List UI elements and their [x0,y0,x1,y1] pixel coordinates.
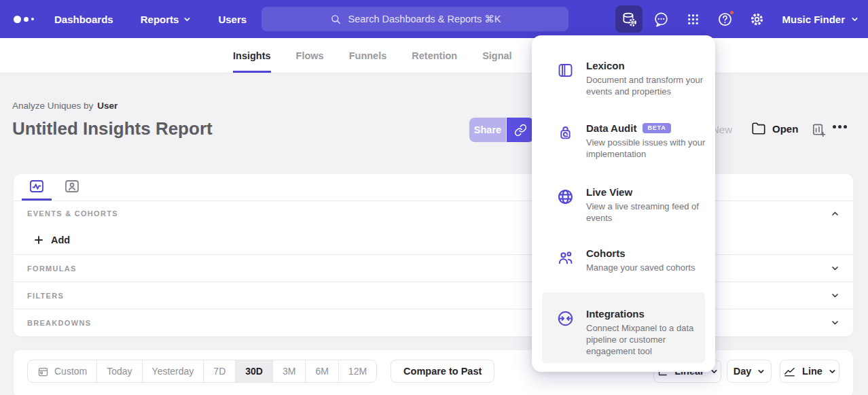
help-button[interactable] [711,5,738,33]
tab-flows[interactable]: Flows [296,38,324,73]
calendar-icon [37,366,49,377]
expand-section-button[interactable] [831,318,839,327]
range-30d[interactable]: 30D [235,360,272,382]
formulas-section-header[interactable]: FORMULAS [14,254,853,281]
data-management-button[interactable] [615,5,643,33]
copy-link-button[interactable] [507,118,534,142]
menu-item-title: Lexicon [586,60,707,71]
dot [838,125,842,128]
expand-section-button[interactable] [831,291,839,300]
filters-label: FILTERS [27,292,64,300]
lexicon-book-icon [556,61,575,80]
breadcrumb: Analyze Uniques byUser [12,101,117,111]
open-report-button[interactable]: Open [751,121,798,136]
nav-dashboards-label: Dashboards [54,14,113,25]
nav-right-cluster: Music Finder [615,0,858,38]
events-cohorts-section-header[interactable]: EVENTS & COHORTS [14,201,853,226]
range-6m[interactable]: 6M [305,360,338,382]
breadcrumb-entity-selector[interactable]: User [97,101,117,111]
menu-item-description: Manage your saved cohorts [586,262,715,273]
primary-nav: Dashboards Reports Users [54,14,247,25]
notification-dot [729,10,735,16]
project-switcher[interactable]: Music Finder [782,14,858,25]
tab-insights[interactable]: Insights [233,38,271,73]
compare-to-past-button[interactable]: Compare to Past [391,360,494,383]
search-icon [329,13,342,26]
menu-item-description: View possible issues with your implement… [586,137,717,160]
range-today[interactable]: Today [96,360,141,382]
expand-section-button[interactable] [831,264,839,273]
collapse-section-button[interactable] [831,209,839,218]
chevron-down-icon [829,368,836,375]
chevron-down-icon [831,291,839,300]
grid-9-dots-icon [685,12,701,27]
formulas-label: FORMULAS [27,264,77,273]
dot [833,125,836,128]
chevron-down-icon [831,264,839,273]
add-event-button[interactable]: Add [14,226,853,254]
mixpanel-logo-icon[interactable] [14,16,46,23]
filters-section-header[interactable]: FILTERS [14,281,853,309]
range-custom[interactable]: Custom [28,360,96,382]
feedback-button[interactable] [647,5,674,33]
builder-view-tabs [14,174,853,201]
menu-item-title: Cohorts [586,247,707,259]
project-name: Music Finder [782,14,845,25]
nav-reports[interactable]: Reports [141,14,192,25]
chevron-down-icon [851,16,858,23]
menu-item-description: Document and transform your events and p… [586,74,703,97]
events-view-tab[interactable] [22,174,52,201]
share-button[interactable]: Share [469,118,506,142]
tab-funnels[interactable]: Funnels [349,38,387,73]
tab-signal[interactable]: Signal [482,38,512,73]
top-nav: Dashboards Reports Users Search Dashboar… [0,0,868,38]
interval-label: Day [734,366,752,377]
pulse-chart-icon [29,178,45,194]
add-to-dashboard-button[interactable] [811,122,827,140]
tab-retention[interactable]: Retention [412,38,457,73]
menu-item-title: Data Audit [586,122,636,134]
range-3m[interactable]: 3M [272,360,305,382]
speech-bubble-icon [653,11,670,28]
line-chart-icon [783,365,796,378]
report-tabbar: Insights Flows Funnels Retention Signal … [0,38,868,73]
range-custom-label: Custom [54,366,87,377]
menu-item-integrations[interactable]: Integrations Connect Mixpanel to a data … [532,308,715,357]
more-options-button[interactable] [833,125,847,128]
apps-grid-button[interactable] [679,5,706,33]
nav-dashboards[interactable]: Dashboards [54,14,113,25]
range-12m[interactable]: 12M [338,360,376,382]
range-yesterday[interactable]: Yesterday [142,360,204,382]
page-title[interactable]: Untitled Insights Report [12,118,213,139]
chart-type-dropdown[interactable]: Line [780,360,839,383]
menu-item-title: Live View [586,186,707,198]
profiles-view-tab[interactable] [57,174,87,201]
interval-dropdown[interactable]: Day [727,360,772,383]
link-icon [514,124,527,137]
menu-item-lexicon[interactable]: Lexicon Document and transform your even… [532,60,715,97]
events-cohorts-label: EVENTS & COHORTS [27,209,118,218]
database-gear-icon [621,11,638,28]
menu-item-cohorts[interactable]: Cohorts Manage your saved cohorts [532,247,715,273]
nav-users[interactable]: Users [218,14,247,25]
user-profile-icon [64,178,80,194]
gear-icon [748,11,765,28]
breakdowns-section-header[interactable]: BREAKDOWNS [14,309,853,336]
chart-add-icon [811,122,827,138]
menu-item-data-audit[interactable]: Data Audit BETA View possible issues wit… [532,122,715,160]
integrations-sync-icon [556,309,575,328]
search-input[interactable]: Search Dashboards & Reports ⌘K [261,7,568,31]
search-placeholder: Search Dashboards & Reports ⌘K [348,14,501,24]
chevron-down-icon [183,16,191,23]
chevron-down-icon [757,368,765,375]
range-7d[interactable]: 7D [203,360,235,382]
globe-icon [556,188,575,206]
data-audit-lock-icon [556,124,575,142]
settings-button[interactable] [743,5,770,33]
date-range-segmented-control: Custom Today Yesterday 7D 30D 3M 6M 12M [27,360,377,383]
share-button-group: Share [469,118,534,142]
query-builder-card: EVENTS & COHORTS Add FORMULAS FILTERS BR… [14,174,853,337]
folder-icon [751,121,766,136]
chart-type-label: Line [802,366,822,377]
menu-item-live-view[interactable]: Live View View a live streaming feed of … [532,186,715,224]
